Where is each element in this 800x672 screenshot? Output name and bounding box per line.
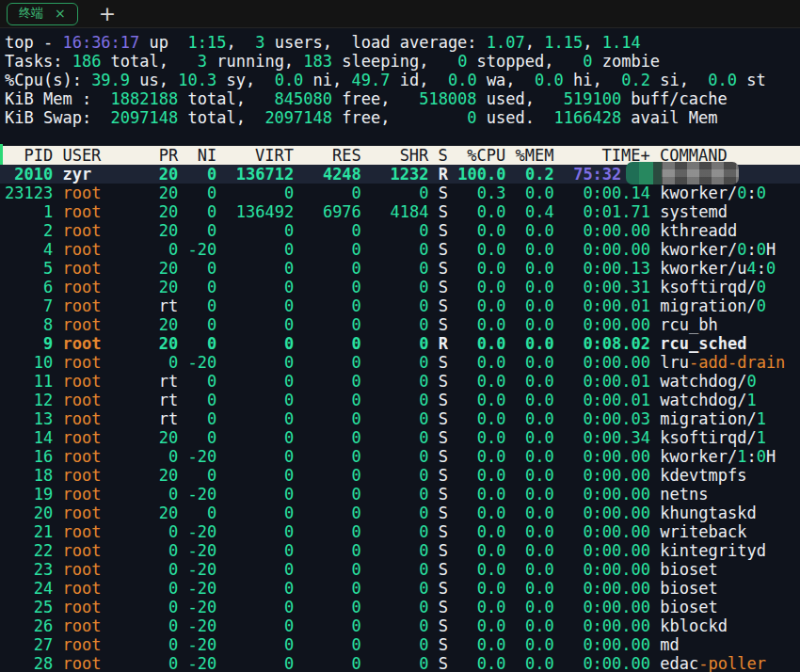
new-tab-button[interactable]: + bbox=[99, 4, 116, 24]
process-row: 2010 zyr 20 0 136712 4248 1232 R 100.0 0… bbox=[0, 165, 800, 184]
process-row: 24 root 0 -20 0 0 0 S 0.0 0.0 0:00.00 bi… bbox=[0, 579, 800, 598]
process-row: 6 root 20 0 0 0 0 S 0.0 0.0 0:00.31 ksof… bbox=[0, 278, 800, 296]
summary-line: top - 16:36:17 up 1:15, 3 users, load av… bbox=[0, 33, 800, 52]
blank-line bbox=[0, 127, 800, 146]
process-row: 11 root rt 0 0 0 0 S 0.0 0.0 0:00.01 wat… bbox=[0, 372, 800, 391]
process-row: 22 root 0 -20 0 0 0 S 0.0 0.0 0:00.00 ki… bbox=[0, 541, 800, 560]
censored-region bbox=[626, 162, 739, 184]
process-row: 19 root 0 -20 0 0 0 S 0.0 0.0 0:00.00 ne… bbox=[0, 485, 800, 504]
top-summary: top - 16:36:17 up 1:15, 3 users, load av… bbox=[0, 33, 800, 127]
process-row: 20 root 20 0 0 0 0 S 0.0 0.0 0:00.00 khu… bbox=[0, 504, 800, 522]
process-row: 1 root 20 0 136492 6976 4184 S 0.0 0.4 0… bbox=[0, 202, 800, 221]
process-row: 23 root 0 -20 0 0 0 S 0.0 0.0 0:00.00 bi… bbox=[0, 560, 800, 579]
process-row: 13 root rt 0 0 0 0 S 0.0 0.0 0:00.03 mig… bbox=[0, 409, 800, 428]
process-row: 25 root 0 -20 0 0 0 S 0.0 0.0 0:00.00 bi… bbox=[0, 598, 800, 616]
process-row: 2 root 20 0 0 0 0 S 0.0 0.0 0:00.00 kthr… bbox=[0, 221, 800, 240]
process-row: 8 root 20 0 0 0 0 S 0.0 0.0 0:00.00 rcu_… bbox=[0, 315, 800, 334]
summary-line: KiB Swap: 2097148 total, 2097148 free, 0… bbox=[0, 108, 800, 127]
process-row: 4 root 0 -20 0 0 0 S 0.0 0.0 0:00.00 kwo… bbox=[0, 240, 800, 259]
process-row: 28 root 0 -20 0 0 0 S 0.0 0.0 0:00.00 ed… bbox=[0, 654, 800, 672]
process-row: 5 root 20 0 0 0 0 S 0.0 0.0 0:00.13 kwor… bbox=[0, 259, 800, 278]
process-row: 16 root 0 -20 0 0 0 S 0.0 0.0 0:00.00 kw… bbox=[0, 447, 800, 466]
summary-line: %Cpu(s): 39.9 us, 10.3 sy, 0.0 ni, 49.7 … bbox=[0, 71, 800, 89]
summary-line: Tasks: 186 total, 3 running, 183 sleepin… bbox=[0, 52, 800, 71]
process-row: 23123 root 20 0 0 0 0 S 0.3 0.0 0:00.14 … bbox=[0, 184, 800, 202]
terminal-window: 终端 × + top - 16:36:17 up 1:15, 3 users, … bbox=[0, 0, 800, 672]
process-row: 10 root 0 -20 0 0 0 S 0.0 0.0 0:00.00 lr… bbox=[0, 353, 800, 372]
process-row: 9 root 20 0 0 0 0 R 0.0 0.0 0:08.02 rcu_… bbox=[0, 334, 800, 353]
terminal-output[interactable]: top - 16:36:17 up 1:15, 3 users, load av… bbox=[0, 28, 800, 672]
process-row: 27 root 0 -20 0 0 0 S 0.0 0.0 0:00.00 md bbox=[0, 635, 800, 654]
tab-bar: 终端 × + bbox=[0, 0, 800, 28]
tab-title: 终端 bbox=[19, 5, 43, 22]
process-row: 21 root 0 -20 0 0 0 S 0.0 0.0 0:00.00 wr… bbox=[0, 522, 800, 541]
tab-terminal[interactable]: 终端 × bbox=[7, 3, 78, 25]
process-table: 2010 zyr 20 0 136712 4248 1232 R 100.0 0… bbox=[0, 165, 800, 672]
close-icon[interactable]: × bbox=[55, 7, 66, 20]
summary-line: KiB Mem : 1882188 total, 845080 free, 51… bbox=[0, 89, 800, 108]
process-row: 12 root rt 0 0 0 0 S 0.0 0.0 0:00.01 wat… bbox=[0, 391, 800, 409]
process-row: 7 root rt 0 0 0 0 S 0.0 0.0 0:00.01 migr… bbox=[0, 296, 800, 315]
process-row: 14 root 20 0 0 0 0 S 0.0 0.0 0:00.34 kso… bbox=[0, 428, 800, 447]
process-row: 18 root 20 0 0 0 0 S 0.0 0.0 0:00.00 kde… bbox=[0, 466, 800, 485]
process-row: 26 root 0 -20 0 0 0 S 0.0 0.0 0:00.00 kb… bbox=[0, 616, 800, 635]
